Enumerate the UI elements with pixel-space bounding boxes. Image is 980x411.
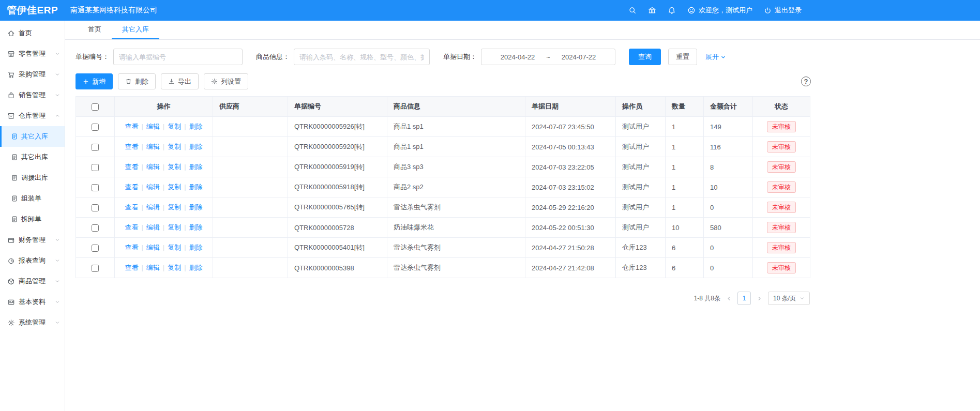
sidebar-subitem-other-outbound[interactable]: 其它出库 <box>0 147 65 168</box>
tab-other-inbound[interactable]: 其它入库 <box>112 21 159 39</box>
column-settings-button[interactable]: 列设置 <box>204 73 248 89</box>
page-size-select[interactable]: 10 条/页 <box>768 292 810 305</box>
export-button[interactable]: 导出 <box>161 73 199 89</box>
cell-bill-no: QTRK00000005765[转] <box>288 197 387 218</box>
row-copy-link[interactable]: 复制 <box>168 243 181 251</box>
row-copy-link[interactable]: 复制 <box>168 163 181 171</box>
logout-label: 退出登录 <box>775 6 802 15</box>
row-view-link[interactable]: 查看 <box>125 264 138 271</box>
question-circle-icon[interactable]: ? <box>801 77 811 86</box>
row-edit-link[interactable]: 编辑 <box>146 203 160 211</box>
chevron-left-icon[interactable] <box>726 296 732 301</box>
row-delete-link[interactable]: 删除 <box>189 243 203 251</box>
tab-home[interactable]: 首页 <box>78 21 112 39</box>
row-checkbox[interactable] <box>92 265 99 272</box>
date-range-picker[interactable]: 2024-04-22 ~ 2024-07-22 <box>481 49 615 65</box>
sidebar-item-procurement[interactable]: 采购管理 <box>0 64 65 85</box>
row-copy-link[interactable]: 复制 <box>168 123 181 130</box>
row-view-link[interactable]: 查看 <box>125 243 138 251</box>
row-delete-link[interactable]: 删除 <box>189 163 203 171</box>
link-separator: | <box>141 143 143 150</box>
search-button[interactable]: 查询 <box>629 49 661 65</box>
add-button[interactable]: 新增 <box>76 73 113 89</box>
row-checkbox[interactable] <box>92 164 99 171</box>
cell-qty: 1 <box>666 177 704 197</box>
download-icon <box>168 78 175 85</box>
link-separator: | <box>184 143 186 150</box>
bank-icon[interactable] <box>648 6 656 14</box>
row-view-link[interactable]: 查看 <box>125 123 138 130</box>
row-delete-link[interactable]: 删除 <box>189 143 203 150</box>
sidebar-subitem-label: 其它出库 <box>21 153 48 162</box>
bag-icon <box>7 92 15 99</box>
row-edit-link[interactable]: 编辑 <box>146 143 160 150</box>
welcome-user[interactable]: 欢迎您，测试用户 <box>687 6 752 15</box>
bell-icon[interactable] <box>668 6 676 14</box>
status-badge: 未审核 <box>767 141 796 153</box>
row-copy-link[interactable]: 复制 <box>168 203 181 211</box>
row-view-link[interactable]: 查看 <box>125 203 138 211</box>
row-view-link[interactable]: 查看 <box>125 223 138 231</box>
bill-no-input[interactable] <box>113 49 243 65</box>
sidebar-item-label: 采购管理 <box>19 70 46 79</box>
cell-product: 雷达杀虫气雾剂 <box>387 238 525 258</box>
row-edit-link[interactable]: 编辑 <box>146 183 160 191</box>
cell-amount: 8 <box>704 157 753 177</box>
sidebar-item-warehouse[interactable]: 仓库管理 <box>0 105 65 126</box>
row-checkbox[interactable] <box>92 204 99 211</box>
page-number[interactable]: 1 <box>737 292 751 305</box>
row-copy-link[interactable]: 复制 <box>168 143 181 150</box>
row-edit-link[interactable]: 编辑 <box>146 264 160 271</box>
sidebar-subitem-assembly[interactable]: 组装单 <box>0 188 65 209</box>
smile-icon <box>687 6 696 14</box>
row-edit-link[interactable]: 编辑 <box>146 163 160 171</box>
row-checkbox[interactable] <box>92 184 99 191</box>
date-end[interactable]: 2024-07-22 <box>562 53 596 61</box>
row-delete-link[interactable]: 删除 <box>189 203 203 211</box>
row-delete-link[interactable]: 删除 <box>189 223 203 231</box>
row-copy-link[interactable]: 复制 <box>168 264 181 271</box>
logout-button[interactable]: 退出登录 <box>764 6 802 15</box>
sidebar-item-label: 首页 <box>19 28 32 38</box>
delete-button[interactable]: 删除 <box>118 73 156 89</box>
sidebar-subitem-other-inbound[interactable]: 其它入库 <box>0 126 65 147</box>
row-edit-link[interactable]: 编辑 <box>146 223 160 231</box>
search-icon[interactable] <box>628 6 637 14</box>
row-copy-link[interactable]: 复制 <box>168 183 181 191</box>
sidebar-subitem-disassembly[interactable]: 拆卸单 <box>0 209 65 230</box>
row-edit-link[interactable]: 编辑 <box>146 243 160 251</box>
row-delete-link[interactable]: 删除 <box>189 264 203 271</box>
row-view-link[interactable]: 查看 <box>125 143 138 150</box>
sidebar-item-retail[interactable]: 零售管理 <box>0 43 65 64</box>
row-checkbox[interactable] <box>92 144 99 151</box>
document-icon <box>11 195 18 202</box>
date-start[interactable]: 2024-04-22 <box>501 53 535 61</box>
sidebar-item-products[interactable]: 商品管理 <box>0 271 65 292</box>
row-checkbox[interactable] <box>92 124 99 131</box>
select-all-checkbox[interactable] <box>92 103 99 111</box>
chevron-down-icon <box>55 72 60 77</box>
row-copy-link[interactable]: 复制 <box>168 223 181 231</box>
row-view-link[interactable]: 查看 <box>125 183 138 191</box>
row-edit-link[interactable]: 编辑 <box>146 123 160 130</box>
product-info-input[interactable] <box>294 49 430 65</box>
sidebar-item-home[interactable]: 首页 <box>0 23 65 43</box>
sidebar-subitem-transfer-outbound[interactable]: 调拨出库 <box>0 168 65 188</box>
row-checkbox[interactable] <box>92 224 99 232</box>
expand-filters-link[interactable]: 展开 <box>705 52 726 62</box>
sidebar-item-reports[interactable]: 报表查询 <box>0 250 65 271</box>
delete-label: 删除 <box>135 77 148 86</box>
row-delete-link[interactable]: 删除 <box>189 183 203 191</box>
sidebar-item-sales[interactable]: 销售管理 <box>0 85 65 105</box>
sidebar-item-finance[interactable]: 财务管理 <box>0 230 65 250</box>
cell-qty: 1 <box>666 197 704 218</box>
top-header: 管伊佳ERP 南通某某网络科技有限公司 欢迎您，测试用户 退出登录 <box>0 0 980 21</box>
cell-qty: 6 <box>666 238 704 258</box>
sidebar-item-system[interactable]: 系统管理 <box>0 312 65 333</box>
reset-button[interactable]: 重置 <box>668 49 697 65</box>
sidebar-item-basic-data[interactable]: 基本资料 <box>0 292 65 312</box>
row-delete-link[interactable]: 删除 <box>189 123 203 130</box>
row-view-link[interactable]: 查看 <box>125 163 138 171</box>
row-checkbox[interactable] <box>92 245 99 252</box>
chevron-right-icon[interactable] <box>757 296 762 301</box>
